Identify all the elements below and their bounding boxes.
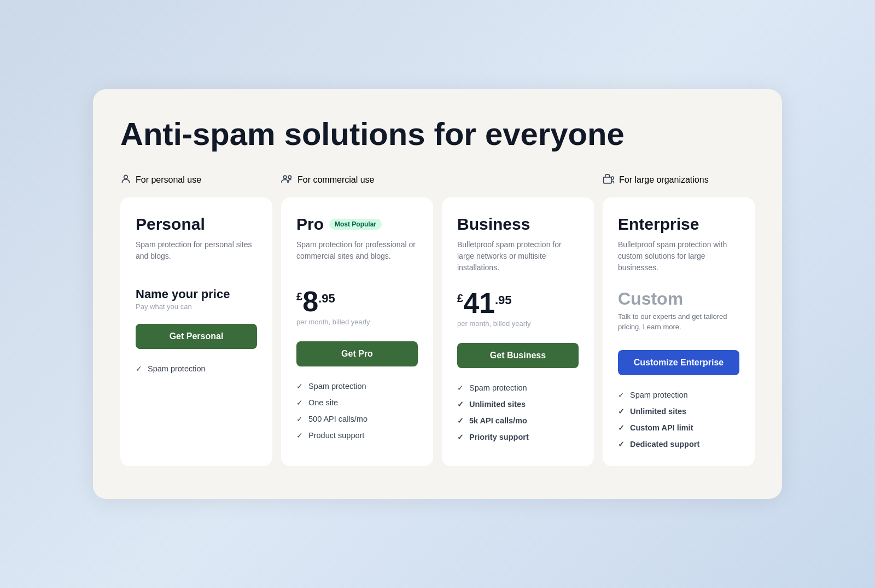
category-commercial: For commercial use [281, 173, 433, 187]
feature-item: ✓ 5k API calls/mo [457, 416, 579, 425]
plan-business-price-main: 41 [463, 289, 495, 317]
check-icon: ✓ [296, 382, 303, 391]
plan-pro-currency: £ [296, 290, 302, 303]
plan-enterprise-button[interactable]: Customize Enterprise [618, 350, 739, 375]
plan-business: Business Bulletproof spam protection for… [442, 197, 594, 466]
check-icon: ✓ [457, 416, 464, 425]
feature-item: ✓ Dedicated support [618, 440, 739, 449]
plan-personal-price-sub: Pay what you can [136, 302, 257, 311]
plan-business-price-cents: .95 [495, 293, 512, 307]
plan-business-price-amount: £ 41 .95 [457, 289, 579, 317]
plan-business-desc: Bulletproof spam protection for large ne… [457, 239, 579, 273]
plan-business-currency: £ [457, 292, 463, 305]
feature-item: ✓ Product support [296, 431, 418, 440]
plan-enterprise-features: ✓ Spam protection ✓ Unlimited sites ✓ Cu… [618, 391, 739, 449]
check-icon: ✓ [618, 407, 625, 416]
plan-business-pricing: £ 41 .95 per month, billed yearly [457, 289, 579, 330]
svg-point-2 [288, 176, 291, 179]
svg-point-1 [283, 176, 287, 179]
feature-item: ✓ Unlimited sites [618, 407, 739, 416]
check-icon: ✓ [136, 364, 142, 373]
plan-pro-price-cents: .95 [318, 292, 335, 306]
plan-pro: Pro Most Popular Spam protection for pro… [281, 197, 433, 466]
plan-personal-desc: Spam protection for personal sites and b… [136, 239, 257, 272]
plan-business-name: Business [457, 215, 579, 234]
plan-personal-button[interactable]: Get Personal [136, 324, 257, 349]
feature-item: ✓ 500 API calls/mo [296, 415, 418, 423]
enterprise-icon [603, 173, 615, 187]
most-popular-badge: Most Popular [329, 219, 382, 230]
category-personal: For personal use [120, 173, 272, 187]
plan-pro-button[interactable]: Get Pro [296, 341, 418, 366]
plan-enterprise-name: Enterprise [618, 215, 739, 234]
plan-pro-desc: Spam protection for professional or comm… [296, 239, 418, 272]
plan-enterprise-desc: Bulletproof spam protection with custom … [618, 239, 739, 273]
plans-grid: Personal Spam protection for personal si… [120, 197, 755, 466]
pricing-card: Anti-spam solutions for everyone For per… [93, 89, 782, 499]
check-icon: ✓ [457, 433, 464, 441]
plan-pro-pricing: £ 8 .95 per month, billed yearly [296, 287, 418, 328]
personal-icon [120, 173, 131, 187]
check-icon: ✓ [618, 423, 625, 432]
plan-personal-features: ✓ Spam protection [136, 364, 257, 373]
feature-item: ✓ Spam protection [136, 364, 257, 373]
plan-business-price-period: per month, billed yearly [457, 319, 579, 328]
plan-pro-price-amount: £ 8 .95 [296, 287, 418, 316]
plan-pro-features: ✓ Spam protection ✓ One site ✓ 500 API c… [296, 382, 418, 440]
category-enterprise: For large organizations [603, 173, 755, 187]
plan-personal: Personal Spam protection for personal si… [120, 197, 272, 466]
check-icon: ✓ [296, 398, 303, 407]
plan-enterprise-pricing: Custom Talk to our experts and get tailo… [618, 289, 739, 337]
plan-pro-price-main: 8 [302, 287, 318, 316]
feature-item: ✓ One site [296, 398, 418, 407]
plan-personal-name: Personal [136, 215, 257, 234]
category-row: For personal use For commercial use For … [120, 173, 755, 187]
plan-enterprise-custom-desc: Talk to our experts and get tailored pri… [618, 311, 739, 333]
plan-business-button[interactable]: Get Business [457, 343, 579, 368]
check-icon: ✓ [296, 415, 303, 423]
svg-point-0 [124, 175, 128, 179]
category-personal-label: For personal use [136, 175, 201, 185]
plan-personal-price-label: Name your price [136, 287, 257, 301]
feature-item: ✓ Unlimited sites [457, 400, 579, 409]
plan-pro-price-period: per month, billed yearly [296, 318, 418, 326]
feature-item: ✓ Spam protection [457, 383, 579, 392]
plan-business-features: ✓ Spam protection ✓ Unlimited sites ✓ 5k… [457, 383, 579, 441]
category-spacer [442, 173, 594, 187]
category-enterprise-label: For large organizations [619, 175, 709, 185]
plan-enterprise-custom-label: Custom [618, 289, 739, 309]
check-icon: ✓ [296, 431, 303, 440]
svg-point-4 [611, 177, 614, 179]
feature-item: ✓ Spam protection [618, 391, 739, 399]
category-commercial-label: For commercial use [298, 175, 374, 185]
commercial-icon [281, 173, 293, 187]
check-icon: ✓ [618, 440, 625, 449]
check-icon: ✓ [457, 383, 464, 392]
feature-item: ✓ Priority support [457, 433, 579, 441]
check-icon: ✓ [457, 400, 464, 409]
plan-enterprise: Enterprise Bulletproof spam protection w… [603, 197, 755, 466]
plan-personal-pricing: Name your price Pay what you can [136, 287, 257, 311]
plan-pro-name: Pro Most Popular [296, 215, 418, 234]
feature-item: ✓ Spam protection [296, 382, 418, 391]
svg-rect-3 [604, 177, 611, 183]
feature-item: ✓ Custom API limit [618, 423, 739, 432]
page-title: Anti-spam solutions for everyone [120, 117, 755, 152]
check-icon: ✓ [618, 391, 625, 399]
